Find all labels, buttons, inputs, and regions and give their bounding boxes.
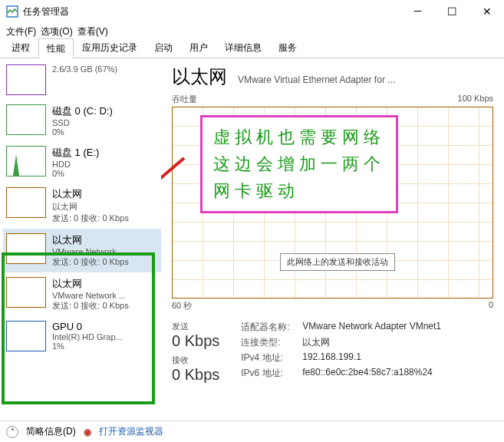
perf-item-sub: Intel(R) HD Grap... <box>52 332 158 341</box>
perf-item-sub2: 0% <box>52 127 158 137</box>
tab-startup[interactable]: 启动 <box>146 38 181 58</box>
sidebar-item[interactable]: 以太网VMware Network ...发送: 0 接收: 0 Kbps <box>3 272 161 316</box>
sidebar-item[interactable]: 以太网VMware Network ...发送: 0 接收: 0 Kbps <box>3 229 161 272</box>
conn-type-val: 以太网 <box>302 336 330 349</box>
tab-performance[interactable]: 性能 <box>38 38 74 58</box>
perf-item-title: 以太网 <box>52 187 158 201</box>
tab-details[interactable]: 详细信息 <box>216 38 270 58</box>
sidebar-item[interactable]: 以太网以太网发送: 0 接收: 0 Kbps <box>3 183 161 229</box>
chart-label-max: 100 Kbps <box>458 94 493 105</box>
menu-view[interactable]: 查看(V) <box>77 25 108 38</box>
stat-send-value: 0 Kbps <box>172 332 219 350</box>
perf-info: 以太网以太网发送: 0 接收: 0 Kbps <box>52 187 158 224</box>
annotation-line: 这边会增加一两个 <box>213 150 385 177</box>
stat-recv-label: 接收 <box>172 355 219 366</box>
ipv4-key: IPv4 地址: <box>241 351 302 364</box>
titlebar: 任务管理器 ─ ☐ ✕ <box>0 0 504 23</box>
perf-item-title: 磁盘 0 (C: D:) <box>52 104 158 118</box>
resmon-icon: ◉ <box>84 427 91 437</box>
chart-tooltip: 此网络上的发送和接收活动 <box>280 253 395 271</box>
tabs: 进程 性能 应用历史记录 启动 用户 详细信息 服务 <box>0 40 504 58</box>
perf-thumbnail <box>6 233 46 264</box>
annotation-note-box: 虚拟机也需要网络 这边会增加一两个 网卡驱动 <box>200 115 398 213</box>
adapter-subtitle: VMware Virtual Ethernet Adapter for ... <box>238 74 493 85</box>
perf-info: 磁盘 1 (E:)HDD0% <box>52 146 158 178</box>
annotation-line: 虚拟机也需要网络 <box>213 124 385 150</box>
menu-file[interactable]: 文件(F) <box>6 25 36 38</box>
chart-xaxis-right: 0 <box>489 300 493 312</box>
perf-thumbnail <box>6 64 46 95</box>
perf-thumbnail <box>6 321 46 351</box>
perf-item-title: 磁盘 1 (E:) <box>52 146 158 160</box>
app-icon <box>6 5 18 18</box>
page-title: 以太网 <box>172 64 227 89</box>
tab-processes[interactable]: 进程 <box>3 38 38 58</box>
window-title: 任务管理器 <box>23 5 69 18</box>
ipv6-key: IPv6 地址: <box>241 367 302 380</box>
adapter-name-val: VMware Network Adapter VMnet1 <box>302 321 441 334</box>
close-button[interactable]: ✕ <box>469 0 504 23</box>
performance-detail: 以太网 VMware Virtual Ethernet Adapter for … <box>161 58 504 421</box>
adapter-name-key: 适配器名称: <box>241 321 302 334</box>
conn-type-key: 连接类型: <box>241 336 302 349</box>
perf-item-sub: 2.6/3.9 GB (67%) <box>52 64 158 74</box>
sidebar-item[interactable]: 磁盘 1 (E:)HDD0% <box>3 141 161 183</box>
collapse-icon[interactable]: ˄ <box>6 426 18 438</box>
brief-info-link[interactable]: 简略信息(D) <box>26 425 76 438</box>
chart-label-throughput: 吞吐量 <box>172 94 197 105</box>
perf-info: 磁盘 0 (C: D:)SSD0% <box>52 104 158 137</box>
throughput-chart: 虚拟机也需要网络 这边会增加一两个 网卡驱动 此网络上的发送和接收活动 <box>172 107 493 299</box>
perf-thumbnail <box>6 104 46 135</box>
perf-item-sub2: 发送: 0 接收: 0 Kbps <box>52 256 158 268</box>
sidebar-item[interactable]: 2.6/3.9 GB (67%) <box>3 60 161 100</box>
open-resmon-link[interactable]: 打开资源监视器 <box>99 425 163 438</box>
perf-item-title: 以太网 <box>52 277 158 291</box>
perf-item-sub: HDD <box>52 160 158 169</box>
menu-options[interactable]: 选项(O) <box>41 25 72 38</box>
content: 2.6/3.9 GB (67%)磁盘 0 (C: D:)SSD0%磁盘 1 (E… <box>0 58 504 421</box>
annotation-line: 网卡驱动 <box>213 177 385 204</box>
footer: ˄ 简略信息(D) ◉ 打开资源监视器 <box>0 421 504 442</box>
perf-info: 以太网VMware Network ...发送: 0 接收: 0 Kbps <box>52 233 158 268</box>
perf-item-sub2: 1% <box>52 341 158 351</box>
performance-sidebar[interactable]: 2.6/3.9 GB (67%)磁盘 0 (C: D:)SSD0%磁盘 1 (E… <box>0 58 161 421</box>
perf-info: GPU 0Intel(R) HD Grap...1% <box>52 321 158 351</box>
perf-thumbnail <box>6 146 46 176</box>
perf-info: 以太网VMware Network ...发送: 0 接收: 0 Kbps <box>52 277 158 312</box>
perf-item-sub: VMware Network ... <box>52 291 158 300</box>
perf-item-sub2: 发送: 0 接收: 0 Kbps <box>52 213 158 224</box>
minimize-button[interactable]: ─ <box>400 0 435 23</box>
stat-recv-value: 0 Kbps <box>172 366 219 384</box>
tab-services[interactable]: 服务 <box>270 38 305 58</box>
perf-item-sub: 以太网 <box>52 201 158 213</box>
perf-item-sub2: 0% <box>52 169 158 178</box>
window-controls: ─ ☐ ✕ <box>400 0 504 23</box>
tab-app-history[interactable]: 应用历史记录 <box>74 38 146 58</box>
perf-item-title: 以太网 <box>52 233 158 247</box>
stat-send-label: 发送 <box>172 321 219 332</box>
perf-item-sub: VMware Network ... <box>52 247 158 256</box>
perf-thumbnail <box>6 277 46 308</box>
ipv4-val: 192.168.199.1 <box>302 351 361 364</box>
perf-item-sub: SSD <box>52 118 158 127</box>
perf-thumbnail <box>6 187 46 218</box>
chart-xaxis-left: 60 秒 <box>172 300 192 312</box>
tab-users[interactable]: 用户 <box>181 38 216 58</box>
sidebar-item[interactable]: GPU 0Intel(R) HD Grap...1% <box>3 316 161 356</box>
perf-info: 2.6/3.9 GB (67%) <box>52 64 158 95</box>
network-stats: 发送 0 Kbps 接收 0 Kbps 适配器名称:VMware Network… <box>172 321 493 388</box>
maximize-button[interactable]: ☐ <box>435 0 469 23</box>
sidebar-item[interactable]: 磁盘 0 (C: D:)SSD0% <box>3 100 161 141</box>
ipv6-val: fe80::6e0c:2be4:58c7:a188%24 <box>302 367 432 380</box>
perf-item-title: GPU 0 <box>52 321 158 332</box>
perf-item-sub2: 发送: 0 接收: 0 Kbps <box>52 300 158 312</box>
